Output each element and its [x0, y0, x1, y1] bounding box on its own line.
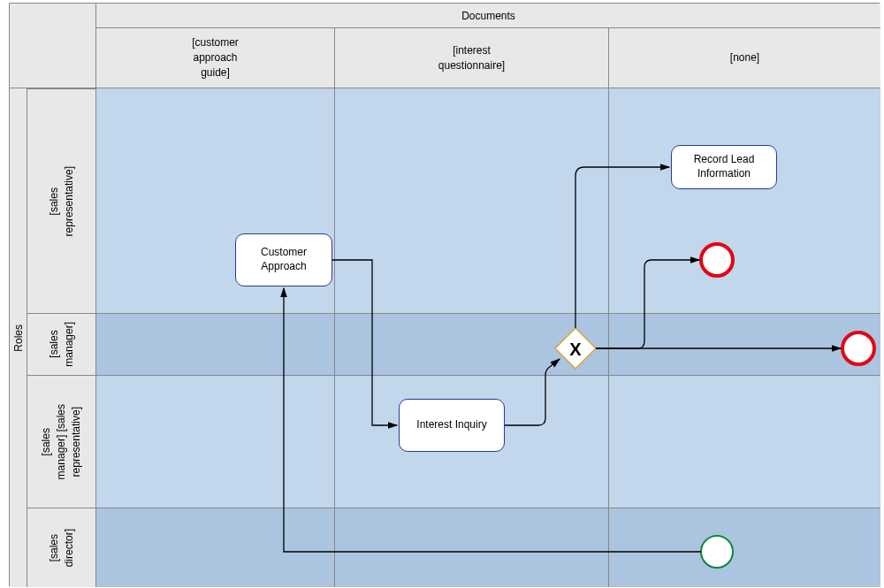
swimlane-diagram: Documents [customer approach guide] [int… [9, 3, 880, 586]
cell-r3-c3 [609, 376, 880, 508]
cell-r2-c3 [609, 314, 880, 376]
cell-r2-c2 [335, 314, 609, 376]
cell-r4-c2 [335, 508, 609, 587]
column-header-3-label: [none] [730, 50, 759, 65]
column-group-label: Documents [461, 10, 515, 22]
row-header-1-label: [sales representative] [47, 166, 77, 236]
task-record-lead[interactable]: Record Lead Information [671, 145, 777, 189]
cell-r4-c1 [96, 508, 335, 587]
cell-r3-c1 [96, 376, 335, 508]
task-customer-approach[interactable]: Customer Approach [235, 233, 332, 286]
task-interest-inquiry[interactable]: Interest Inquiry [399, 399, 505, 452]
row-group-header: Roles [10, 88, 27, 587]
column-header-1: [customer approach guide] [96, 28, 335, 88]
row-header-2: [sales manager] [27, 314, 96, 376]
row-header-3: [sales manager] [sales representative] [27, 376, 96, 508]
row-header-4-label: [sales director] [47, 529, 77, 567]
corner-cell [10, 4, 96, 88]
cell-r1-c2 [335, 88, 609, 314]
column-header-2: [interest questionnaire] [335, 28, 609, 88]
row-header-4: [sales director] [27, 508, 96, 587]
cell-r1-c3 [609, 88, 880, 314]
row-header-3-label: [sales manager] [sales representative] [39, 404, 83, 479]
column-header-1-label: [customer approach guide] [192, 35, 239, 80]
row-header-1: [sales representative] [27, 88, 96, 314]
row-group-label: Roles [12, 325, 25, 352]
cell-r2-c1 [96, 314, 335, 376]
cell-r4-c3 [609, 508, 880, 587]
column-header-2-label: [interest questionnaire] [438, 43, 505, 73]
column-header-3: [none] [609, 28, 880, 88]
row-header-2-label: [sales manager] [47, 322, 77, 367]
column-group-header: Documents [96, 4, 880, 28]
